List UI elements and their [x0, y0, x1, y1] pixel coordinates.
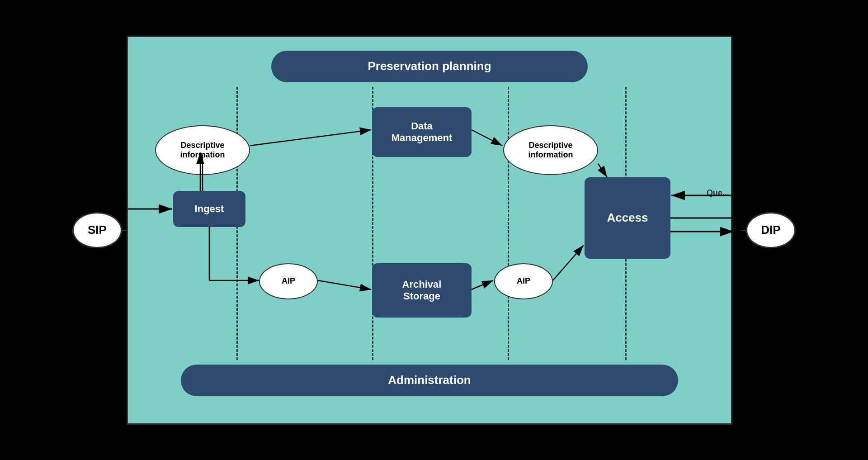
descriptive-info-oval-2: Descriptiveinformation [503, 125, 598, 175]
aip-2-label: AIP [517, 276, 530, 286]
aip-oval-1: AIP [259, 263, 318, 299]
ingest-label: Ingest [195, 203, 224, 215]
descriptive-info-1-label: Descriptiveinformation [180, 141, 225, 160]
preservation-planning-bar: Preservation planning [271, 51, 588, 82]
dip-label: DIP [761, 223, 780, 237]
descriptive-info-oval-1: Descriptiveinformation [155, 125, 250, 175]
preservation-planning-label: Preservation planning [368, 59, 491, 73]
descriptive-info-2-label: Descriptiveinformation [528, 141, 573, 160]
access-label: Access [607, 211, 648, 225]
administration-label: Administration [388, 373, 471, 387]
sip-label: SIP [88, 223, 107, 237]
svg-line-12 [553, 245, 584, 280]
svg-line-10 [318, 280, 371, 289]
administration-bar: Administration [181, 365, 678, 396]
archival-storage-label: ArchivalStorage [402, 279, 442, 302]
svg-line-6 [472, 130, 502, 146]
svg-line-7 [598, 164, 607, 177]
svg-line-5 [250, 130, 371, 146]
aip-oval-2: AIP [494, 263, 553, 299]
dip-oval: DIP [746, 212, 796, 248]
sip-oval: SIP [72, 212, 122, 248]
aip-1-label: AIP [282, 276, 295, 286]
ingest-box: Ingest [173, 191, 245, 227]
queries-label: Que... [705, 186, 731, 199]
access-box: Access [585, 177, 670, 259]
data-management-box: DataManagement [372, 107, 472, 157]
dashed-line-3 [508, 87, 509, 360]
data-management-label: DataManagement [392, 120, 452, 144]
main-diagram-area: Preservation planning Administration Dat… [127, 36, 732, 425]
svg-line-11 [472, 280, 493, 289]
archival-storage-box: ArchivalStorage [372, 263, 472, 318]
